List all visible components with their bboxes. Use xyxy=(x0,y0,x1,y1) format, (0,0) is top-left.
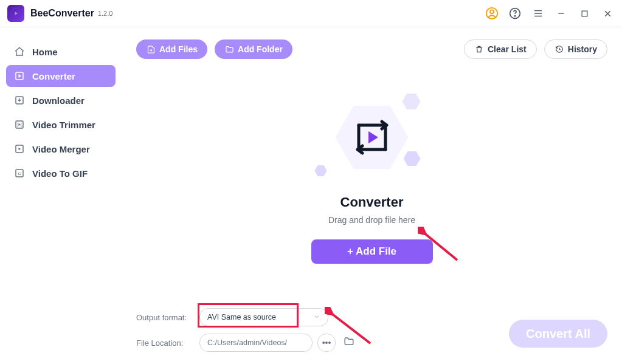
dropzone-illustration xyxy=(311,94,433,191)
gif-icon: G xyxy=(13,167,26,179)
sidebar: Home Converter Downloader Video Trimmer xyxy=(0,27,122,364)
sidebar-item-label: Home xyxy=(32,47,58,57)
history-icon xyxy=(555,44,564,54)
svg-point-2 xyxy=(490,10,494,13)
bottom-bar: Output format: AVI Same as source xyxy=(122,298,622,364)
file-location-value: C:/Users/admin/Videos/ xyxy=(207,338,287,347)
sidebar-item-label: Downloader xyxy=(32,95,85,106)
minimize-icon[interactable] xyxy=(554,6,568,21)
merger-icon xyxy=(13,143,26,155)
sidebar-item-label: Video To GIF xyxy=(32,168,88,179)
trash-icon xyxy=(474,44,484,54)
svg-point-4 xyxy=(514,16,515,16)
sidebar-item-video-merger[interactable]: Video Merger xyxy=(6,138,116,160)
main-toolbar: Add Files Add Folder Clear List xyxy=(122,27,622,59)
help-icon[interactable] xyxy=(508,6,522,21)
folder-plus-icon xyxy=(224,44,234,54)
file-location-label: File Location: xyxy=(136,338,199,348)
chevron-down-icon xyxy=(313,313,320,322)
history-button[interactable]: History xyxy=(544,39,607,59)
dropzone-title: Converter xyxy=(340,194,404,210)
sidebar-item-converter[interactable]: Converter xyxy=(6,65,116,87)
ellipsis-icon: ••• xyxy=(322,338,331,348)
folder-icon xyxy=(344,336,354,349)
user-icon[interactable] xyxy=(485,6,499,21)
converter-hero-icon xyxy=(348,113,396,162)
clear-list-button[interactable]: Clear List xyxy=(464,39,537,59)
trimmer-icon xyxy=(13,118,26,131)
main-panel: Add Files Add Folder Clear List xyxy=(122,27,622,364)
app-name: BeeConverter xyxy=(30,8,94,19)
app-window: BeeConverter 1.2.0 Home xyxy=(0,0,622,364)
maximize-icon[interactable] xyxy=(577,6,592,21)
sidebar-item-label: Converter xyxy=(32,71,75,81)
home-icon xyxy=(13,46,26,58)
file-location-display: C:/Users/admin/Videos/ xyxy=(199,334,313,352)
add-folder-button[interactable]: Add Folder xyxy=(215,39,292,59)
close-icon[interactable] xyxy=(600,6,615,21)
button-label: History xyxy=(568,44,597,54)
download-icon xyxy=(13,94,26,106)
output-format-select[interactable]: AVI Same as source xyxy=(199,308,328,326)
titlebar: BeeConverter 1.2.0 xyxy=(0,0,622,27)
hamburger-menu-icon[interactable] xyxy=(531,6,545,21)
sidebar-item-label: Video Merger xyxy=(32,144,90,154)
svg-text:G: G xyxy=(18,172,21,176)
file-location-browse-button[interactable]: ••• xyxy=(317,334,336,352)
button-label: Add Files xyxy=(159,44,198,54)
sidebar-item-home[interactable]: Home xyxy=(6,41,116,63)
add-file-icon xyxy=(146,44,156,54)
output-format-label: Output format: xyxy=(136,313,199,322)
sidebar-item-video-to-gif[interactable]: G Video To GIF xyxy=(6,162,116,184)
sidebar-item-video-trimmer[interactable]: Video Trimmer xyxy=(6,114,116,136)
app-version: 1.2.0 xyxy=(98,10,112,17)
file-location-open-button[interactable] xyxy=(342,335,356,350)
svg-rect-5 xyxy=(582,11,587,16)
button-label: Clear List xyxy=(488,44,527,54)
app-body: Home Converter Downloader Video Trimmer xyxy=(0,27,622,364)
sidebar-item-label: Video Trimmer xyxy=(32,120,95,130)
dropzone[interactable]: Converter Drag and drop file here + Add … xyxy=(122,59,622,298)
add-file-button[interactable]: + Add File xyxy=(311,239,433,264)
app-logo xyxy=(7,5,24,22)
button-label: Add Folder xyxy=(238,44,283,54)
add-files-button[interactable]: Add Files xyxy=(136,39,207,59)
output-format-row: Output format: AVI Same as source xyxy=(136,308,607,326)
file-location-row: File Location: C:/Users/admin/Videos/ ••… xyxy=(136,334,607,352)
dropzone-subtitle: Drag and drop file here xyxy=(328,215,415,225)
output-format-value: AVI Same as source xyxy=(207,313,276,321)
convert-icon xyxy=(13,70,26,82)
sidebar-item-downloader[interactable]: Downloader xyxy=(6,89,116,111)
